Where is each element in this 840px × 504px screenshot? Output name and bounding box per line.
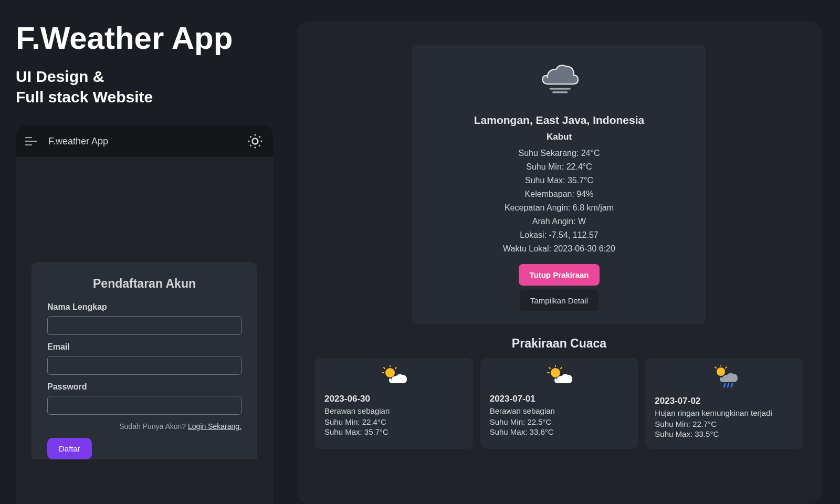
forecast-condition: Berawan sebagian [490,406,629,415]
theme-toggle-icon[interactable] [247,133,264,150]
coordinates: Lokasi: -7.54, 112.57 [428,230,690,240]
wind-direction: Arah Angin: W [428,217,690,226]
login-hint: Sudah Punya Akun? Login Sekarang. [47,422,242,430]
temp-now: Suhu Sekarang: 24°C [428,149,690,158]
svg-line-24 [715,367,716,368]
weather-preview: Lamongan, East Java, Indonesia Kabut Suh… [297,21,822,504]
svg-line-3 [250,136,251,138]
svg-line-7 [250,145,251,146]
location: Lamongan, East Java, Indonesia [428,114,690,127]
humidity: Kelembapan: 94% [428,190,690,199]
forecast-date: 2023-07-01 [490,394,629,404]
svg-line-19 [549,368,550,369]
svg-line-8 [259,136,260,138]
svg-line-25 [724,384,725,387]
svg-line-26 [728,384,729,387]
forecast-condition: Berawan sebagian [324,406,464,415]
current-weather-card: Lamongan, East Java, Indonesia Kabut Suh… [412,45,706,324]
forecast-row: 2023-06-30 Berawan sebagian Suhu Min: 22… [315,358,803,449]
weather-condition: Kabut [428,132,690,142]
svg-line-23 [726,367,727,368]
mobile-preview: F.weather App Pendaftaran Akun Nama [16,125,273,504]
registration-form: Pendaftaran Akun Nama Lengkap Email Pass… [32,262,257,459]
forecast-max: Suhu Max: 35.7°C [324,427,464,436]
name-input[interactable] [47,316,242,335]
fog-icon [536,60,583,98]
svg-line-27 [731,384,732,387]
email-label: Email [47,342,242,352]
svg-line-18 [561,368,562,369]
forecast-card: 2023-06-30 Berawan sebagian Suhu Min: 22… [315,358,473,449]
forecast-min: Suhu Min: 22.7°C [655,419,794,428]
svg-point-0 [253,139,258,144]
page-title: F.Weather App [16,21,273,56]
svg-point-21 [717,368,725,376]
forecast-condition: Hujan ringan kemungkinan terjadi [655,408,794,417]
password-label: Password [47,382,242,392]
forecast-min: Suhu Min: 22.5°C [490,417,629,426]
forecast-card: 2023-07-01 Berawan sebagian Suhu Min: 22… [480,358,638,449]
forecast-date: 2023-07-02 [655,396,794,406]
forecast-date: 2023-06-30 [324,394,464,404]
show-detail-button[interactable]: Tampilkan Detail [520,290,598,311]
menu-icon[interactable] [25,137,37,145]
password-input[interactable] [47,396,242,415]
svg-line-14 [384,368,385,369]
svg-line-4 [259,145,260,146]
rain-possible-icon [655,365,794,391]
email-input[interactable] [47,356,242,375]
form-heading: Pendaftaran Akun [47,277,242,291]
temp-max: Suhu Max: 35.7°C [428,176,690,185]
name-label: Nama Lengkap [47,302,242,312]
wind-speed: Kecepatan Angin: 6.8 km/jam [428,203,690,213]
forecast-max: Suhu Max: 33.5°C [655,429,794,438]
forecast-card: 2023-07-02 Hujan ringan kemungkinan terj… [645,358,803,449]
forecast-heading: Prakiraan Cuaca [315,337,803,351]
mobile-header: F.weather App [16,125,273,157]
temp-min: Suhu Min: 22.4°C [428,162,690,172]
svg-point-16 [551,368,560,377]
mobile-app-title: F.weather App [48,136,235,147]
partly-cloudy-icon [490,365,629,388]
forecast-max: Suhu Max: 33.6°C [490,427,629,436]
partly-cloudy-icon [324,365,464,388]
close-forecast-button[interactable]: Tutup Prakiraan [519,264,599,286]
login-link[interactable]: Login Sekarang. [188,422,242,430]
page-subtitle: UI Design &Full stack Website [16,66,273,107]
local-time: Waktu Lokal: 2023-06-30 6:20 [428,244,690,254]
svg-point-11 [385,368,395,377]
svg-line-13 [395,368,396,369]
forecast-min: Suhu Min: 22.4°C [324,417,464,426]
register-button[interactable]: Daftar [47,438,92,459]
